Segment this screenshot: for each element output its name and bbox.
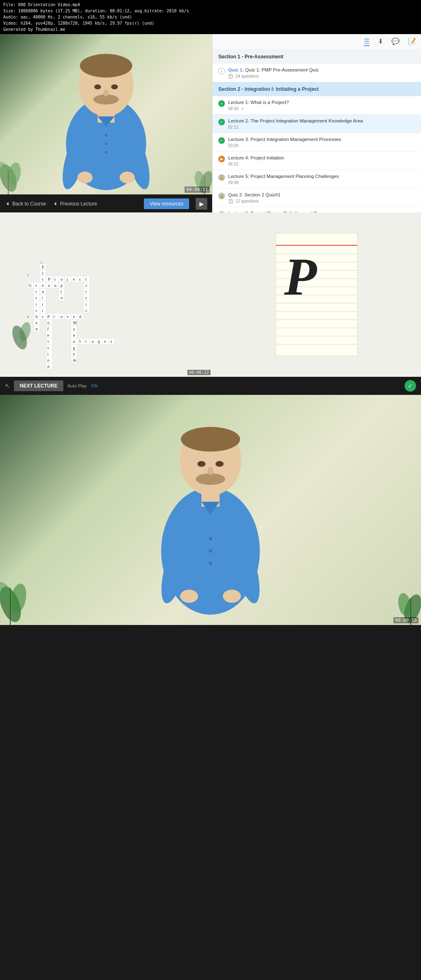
sidebar-list-icon[interactable]: ☰ bbox=[364, 37, 370, 46]
svg-marker-23 bbox=[7, 202, 9, 205]
svg-text:t: t bbox=[42, 295, 43, 300]
svg-text:e: e bbox=[47, 333, 49, 337]
sidebar-download-icon[interactable]: ⬇ bbox=[378, 37, 383, 46]
back-to-course-btn[interactable]: Back to Course bbox=[5, 201, 46, 207]
svg-text:t: t bbox=[86, 339, 87, 344]
svg-text:e: e bbox=[36, 321, 38, 325]
meta-size: Size: 18068806 bytes (17.25 MB), duratio… bbox=[3, 8, 418, 14]
lecture-meta: 08:50 ✓ bbox=[228, 106, 415, 111]
list-item[interactable]: ▶ Lecture 4: Project Initiation 06:52 bbox=[213, 152, 421, 170]
svg-text:s: s bbox=[47, 346, 49, 350]
svg-text:m: m bbox=[73, 358, 76, 362]
notepad-area: P bbox=[212, 212, 421, 377]
autoplay-label: Auto Play bbox=[67, 383, 87, 388]
svg-point-180 bbox=[209, 537, 212, 540]
complete-check[interactable]: ✓ bbox=[405, 380, 416, 392]
plant-decoration-left bbox=[0, 145, 33, 194]
cursor-icon: ↖ bbox=[5, 383, 10, 389]
video-metadata: File: 000 Orientation Video.mp4 Size: 18… bbox=[0, 0, 421, 34]
svg-point-14 bbox=[77, 172, 93, 184]
svg-text:n: n bbox=[73, 333, 75, 337]
list-item[interactable]: i Quiz 1: Quiz 1: PMP Pre-Assessment Qui… bbox=[213, 64, 421, 82]
in-progress-icon: ▶ bbox=[218, 156, 225, 162]
svg-text:P: P bbox=[47, 314, 50, 319]
quiz-lock-icon: i bbox=[218, 68, 225, 74]
crossword-num-2: 2 bbox=[28, 274, 29, 277]
svg-text:o: o bbox=[60, 314, 62, 319]
svg-text:o: o bbox=[47, 321, 49, 325]
meta-file: File: 000 Orientation Video.mp4 bbox=[3, 2, 418, 8]
autoplay-toggle[interactable]: ON bbox=[91, 383, 98, 388]
svg-text:o: o bbox=[47, 358, 49, 362]
lecture-meta: 06:52 bbox=[228, 162, 415, 166]
svg-text:r: r bbox=[42, 302, 44, 307]
svg-text:a: a bbox=[73, 339, 75, 344]
svg-text:o: o bbox=[60, 277, 62, 281]
svg-point-18 bbox=[105, 151, 107, 153]
svg-text:5: 5 bbox=[79, 339, 81, 344]
completed-icon: ✓ bbox=[218, 137, 225, 144]
svg-point-182 bbox=[209, 562, 212, 565]
notepad-letter-p: P bbox=[284, 250, 317, 303]
svg-text:c: c bbox=[79, 277, 81, 281]
lecture-meta: 09:09 bbox=[228, 180, 415, 185]
lecture-title: Lecture 5: Project Management Planning C… bbox=[228, 173, 415, 180]
svg-text:i: i bbox=[47, 352, 49, 356]
crossword-svg: .cw-cell { fill: white; stroke: #ccc; st… bbox=[12, 221, 201, 369]
svg-text:P: P bbox=[48, 277, 51, 281]
svg-text:a: a bbox=[73, 327, 75, 331]
lecture-meta: 03:04 bbox=[228, 143, 415, 148]
svg-text:i: i bbox=[36, 302, 37, 307]
list-item[interactable]: 🔒 Lecture 5: Project Management Planning… bbox=[213, 170, 421, 189]
crossword-timecode: 00:00:22 bbox=[187, 370, 210, 375]
lecture-info: Lecture 1: What is a Project? 08:50 ✓ bbox=[228, 99, 415, 111]
main-video-section: 00:00:11 Back to Course Previous Lecture… bbox=[0, 34, 421, 212]
svg-text:s: s bbox=[47, 339, 49, 344]
list-item[interactable]: ✓ Lecture 3: Project Integration Managem… bbox=[213, 133, 421, 152]
svg-text:r: r bbox=[86, 295, 87, 300]
lecture-info: Lecture 3: Project Integration Managemen… bbox=[228, 136, 415, 148]
lecture-title: Lecture 3: Project Integration Managemen… bbox=[228, 136, 415, 143]
crossword-section: .cw-cell { fill: white; stroke: #ccc; st… bbox=[0, 212, 421, 377]
sidebar-chat-icon[interactable]: 💬 bbox=[391, 37, 400, 46]
lecture-title: Lecture 2: The Project Integration Manag… bbox=[228, 118, 415, 124]
sidebar-icon-bar: ☰ ⬇ 💬 📝 bbox=[213, 34, 421, 50]
svg-text:t: t bbox=[60, 289, 62, 294]
next-lecture-btn[interactable]: NEXT LECTURE bbox=[14, 380, 63, 391]
svg-text:g: g bbox=[73, 346, 75, 350]
svg-text:M: M bbox=[73, 321, 76, 325]
lecture-info: Lecture 4: Project Initiation 06:52 bbox=[228, 155, 415, 166]
svg-text:o: o bbox=[48, 283, 50, 288]
svg-text:n: n bbox=[42, 289, 44, 294]
previous-lecture-btn[interactable]: Previous Lecture bbox=[53, 201, 97, 207]
view-resources-btn[interactable]: View resources bbox=[144, 198, 189, 209]
section-2-header: Section 2 - Integration I: Initiating a … bbox=[213, 82, 421, 96]
svg-text:e: e bbox=[73, 314, 75, 319]
svg-point-178 bbox=[180, 590, 198, 603]
third-video-section: 00:00:55 bbox=[0, 395, 421, 625]
svg-text:r: r bbox=[53, 314, 55, 319]
player-controls: Back to Course Previous Lecture View res… bbox=[0, 194, 212, 212]
svg-text:j: j bbox=[66, 277, 68, 281]
locked-quiz-icon: 🔒 bbox=[218, 193, 225, 199]
instructor-figure-2 bbox=[132, 403, 289, 617]
next-lecture-arrow[interactable]: ▶ bbox=[196, 198, 207, 210]
list-item[interactable]: 🔒 Quiz 2: Section 2 Quiz#1 📋12 questions bbox=[213, 189, 421, 207]
svg-point-183 bbox=[197, 461, 206, 467]
svg-text:c: c bbox=[42, 314, 44, 319]
sidebar-note-icon[interactable]: 📝 bbox=[408, 37, 416, 46]
svg-text:d: d bbox=[79, 314, 82, 319]
lecture-info: Quiz 1: Quiz 1: PMP Pre-Assessment Quiz … bbox=[228, 67, 415, 78]
svg-marker-24 bbox=[54, 202, 56, 205]
svg-point-184 bbox=[215, 461, 224, 467]
completed-icon: ✓ bbox=[218, 119, 225, 125]
list-item[interactable]: ✓ Lecture 1: What is a Project? 08:50 ✓ bbox=[213, 96, 421, 115]
svg-point-20 bbox=[111, 84, 118, 89]
course-sidebar: ☰ ⬇ 💬 📝 Section 1 - Pre-Assessment i Qui… bbox=[212, 34, 421, 212]
lecture-title: Lecture 1: What is a Project? bbox=[228, 99, 415, 106]
svg-text:e: e bbox=[73, 277, 75, 281]
list-item[interactable]: ✓ Lecture 2: The Project Integration Man… bbox=[213, 115, 421, 133]
svg-point-179 bbox=[223, 590, 241, 603]
svg-text:i: i bbox=[42, 308, 43, 313]
list-item[interactable]: 🔒 Lecture 6: Project Charter Definition … bbox=[213, 207, 421, 212]
